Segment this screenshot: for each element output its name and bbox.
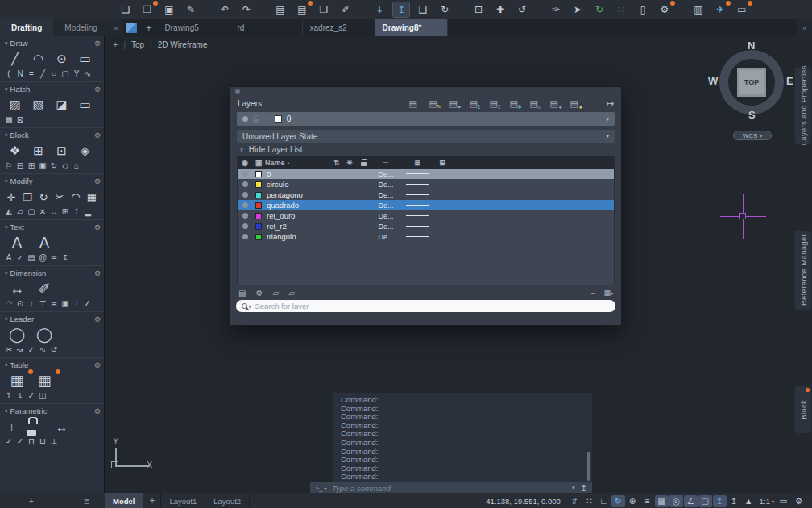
layer-states-icon[interactable]: ▤ xyxy=(238,289,246,298)
polyline-icon[interactable]: ◠ xyxy=(27,49,50,69)
leader-verify-icon[interactable]: ✓ xyxy=(26,344,37,355)
arc-icon[interactable]: ( xyxy=(3,69,14,79)
layer-lineweight[interactable]: De... xyxy=(371,170,400,178)
move-icon[interactable]: ✛ xyxy=(3,187,19,206)
rotate-icon[interactable]: ↻ xyxy=(35,187,52,206)
side-tab-reference-manager[interactable]: Reference Manager xyxy=(795,231,811,310)
panel-gear-icon[interactable]: ⚙ xyxy=(94,269,101,277)
height-constraint-icon[interactable]: ⊔ xyxy=(37,436,48,447)
quad-icon[interactable]: ◎ xyxy=(669,495,683,507)
compass-west[interactable]: W xyxy=(708,75,718,87)
freehand-icon[interactable]: ∿ xyxy=(82,69,93,79)
save-icon[interactable]: ▣ xyxy=(161,2,177,17)
sheet-tab[interactable]: Layout2 xyxy=(205,493,250,508)
divide-icon[interactable]: Y xyxy=(71,69,82,79)
layers-on-icon[interactable]: ▤ xyxy=(404,97,422,110)
viewport-add-icon[interactable]: + xyxy=(113,40,118,49)
mtext-icon[interactable]: A xyxy=(3,233,31,252)
edit-drawing-icon[interactable]: ✐ xyxy=(338,2,354,17)
panel-header-hatch[interactable]: ▾Hatch⚙ xyxy=(3,84,101,94)
annotate-icon[interactable]: ✑ xyxy=(548,2,564,17)
sheet-set-icon[interactable]: ❑ xyxy=(415,2,431,17)
boundary-icon[interactable]: ▭ xyxy=(73,95,97,115)
compass-east[interactable]: E xyxy=(786,75,793,87)
layer-lineweight[interactable]: De... xyxy=(371,202,400,210)
color-column-icon[interactable]: ▣ xyxy=(252,159,265,167)
set-current-layer-icon[interactable]: ▤➤ xyxy=(445,97,462,110)
layer-color-cell[interactable] xyxy=(252,181,265,188)
panel-gear-icon[interactable]: ⚙ xyxy=(94,85,101,94)
cell-style-icon[interactable]: ◫ xyxy=(37,390,48,401)
layer-row[interactable]: triangulo De... xyxy=(238,231,614,242)
layer-off-icon[interactable]: ▤☼ xyxy=(525,97,543,110)
copy-icon[interactable]: ❒ xyxy=(19,187,35,206)
import-table-icon[interactable]: ↧ xyxy=(14,390,26,401)
clear-constraints-icon[interactable]: ⊥ xyxy=(48,436,60,447)
trim-icon[interactable]: ✂ xyxy=(52,187,68,206)
settings-gear-icon[interactable]: ⚙ xyxy=(792,495,806,507)
standards-icon[interactable]: ▥ xyxy=(690,2,706,17)
panel-header-draw[interactable]: ▾Draw⚙ xyxy=(3,38,101,48)
document-tab[interactable]: xadrez_s2 xyxy=(303,19,375,36)
freeze-layer-icon[interactable]: ▤❄ xyxy=(505,97,523,110)
panel-grip[interactable] xyxy=(230,87,621,94)
selection-modes-icon[interactable]: ▢ xyxy=(698,495,712,507)
field-icon[interactable]: @ xyxy=(37,252,48,263)
layer-lineweight[interactable]: De... xyxy=(371,223,400,231)
side-tab-layers-and-properties[interactable]: Layers and Properties xyxy=(795,68,811,144)
lock-column-icon[interactable] xyxy=(357,159,371,166)
purge-icon[interactable]: ⌂ xyxy=(71,160,82,171)
xref-overlay-icon[interactable]: ⊞ xyxy=(26,160,37,171)
export-text-icon[interactable]: ↧ xyxy=(60,252,71,263)
layer-name[interactable]: triangulo xyxy=(265,232,331,241)
panel-header-block[interactable]: ▾Block⚙ xyxy=(3,130,101,140)
layer-linetype[interactable] xyxy=(400,215,434,216)
panel-gear-icon[interactable]: ⚙ xyxy=(94,407,101,415)
hatch-toggle-icon[interactable]: ▦ xyxy=(655,495,669,507)
layer-row[interactable]: quadrado De... xyxy=(238,200,614,210)
wipeout-icon[interactable]: ▩ xyxy=(3,115,14,125)
add-panel-icon[interactable]: + xyxy=(29,497,34,506)
panel-header-text[interactable]: ▾Text⚙ xyxy=(3,222,101,232)
mirror-icon[interactable]: ◭ xyxy=(3,206,14,217)
angular-dim-icon[interactable]: ∠ xyxy=(82,298,93,309)
layer-lineweight[interactable]: De... xyxy=(371,191,400,199)
layer-color-cell[interactable] xyxy=(252,192,265,198)
panel-gear-icon[interactable]: ⚙ xyxy=(94,40,101,48)
command-scrollbar[interactable] xyxy=(587,452,590,481)
layer-on-toggle[interactable] xyxy=(238,202,252,208)
layer-down-icon[interactable]: ▤↧ xyxy=(485,97,503,110)
multiline-icon[interactable]: = xyxy=(26,69,37,79)
xref-attach-icon[interactable]: ⊟ xyxy=(14,160,26,171)
columns-icon[interactable]: ▤ xyxy=(26,252,37,263)
undo-icon[interactable]: ↶ xyxy=(217,2,233,17)
dynamic-ucs-icon[interactable]: ↥ xyxy=(727,495,741,507)
join-icon[interactable]: ▂ xyxy=(82,206,93,217)
sheet-tab[interactable]: Model xyxy=(105,493,143,508)
settings-sync-icon[interactable]: ⚙ xyxy=(657,2,673,17)
document-tab[interactable]: rd xyxy=(230,19,303,36)
wcs-selector[interactable]: WCS▾ xyxy=(733,131,772,140)
layer-row[interactable]: ret_r2 De... xyxy=(238,221,614,231)
audit-icon[interactable]: ▯ xyxy=(635,2,651,17)
chevron-down-icon[interactable]: ∨ xyxy=(248,303,251,309)
name-column-header[interactable]: Name▴ xyxy=(265,159,331,167)
angle-snap-icon[interactable]: ∠ xyxy=(684,495,698,507)
auto-constrain-icon[interactable]: ✓ xyxy=(14,436,26,447)
compass-south[interactable]: S xyxy=(748,109,756,121)
visibility-column-icon[interactable]: ◉ xyxy=(238,159,252,167)
layer-merge-icon[interactable]: ▱ xyxy=(288,289,295,298)
offset-icon[interactable]: ▱ xyxy=(14,206,26,217)
spell-check-icon[interactable]: ✓ xyxy=(14,252,26,263)
leader-icon[interactable]: ◯ xyxy=(3,325,31,344)
lineweight-icon[interactable]: ≡ xyxy=(640,495,654,507)
view-compass-top[interactable]: TOP xyxy=(737,68,766,97)
esnap-icon[interactable]: ⊕ xyxy=(626,495,640,507)
ucs-icon[interactable]: ↥ xyxy=(713,495,727,507)
layer-row[interactable]: circulo De... xyxy=(238,179,614,189)
table-edit-icon[interactable]: ▦ xyxy=(31,371,58,390)
collapse-panels-icon[interactable]: « xyxy=(798,19,812,36)
new-document-icon[interactable]: + xyxy=(140,19,158,36)
stretch-icon[interactable]: ↔ xyxy=(48,206,60,217)
panel-list-icon[interactable]: ≣ xyxy=(84,497,90,506)
